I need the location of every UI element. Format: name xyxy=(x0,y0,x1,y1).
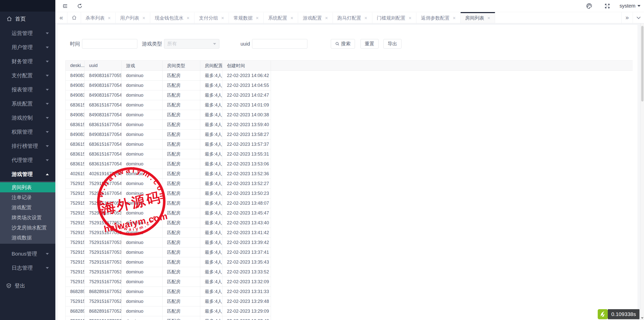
sidebar-subitem[interactable]: 游戏配置 xyxy=(0,202,55,212)
vertical-scrollbar[interactable] xyxy=(640,23,644,320)
cell-uuid: 7529151677052... xyxy=(85,277,122,287)
table-row[interactable]: 752915 7529151677054... dominuo 匹配房 最多:4… xyxy=(65,189,633,198)
tab[interactable]: 返佣参数配置 ✕ xyxy=(416,12,461,23)
sidebar-subitem[interactable]: 房间列表 xyxy=(0,182,55,192)
search-button[interactable]: 搜索 xyxy=(331,39,355,49)
tab[interactable]: 门槛规则配置 ✕ xyxy=(372,12,417,23)
user-menu[interactable]: system xyxy=(620,3,640,9)
close-icon[interactable]: ✕ xyxy=(186,16,190,20)
theme-palette-icon[interactable] xyxy=(583,0,595,12)
tab[interactable]: 游戏配置 ✕ xyxy=(298,12,333,23)
close-icon[interactable]: ✕ xyxy=(487,16,491,20)
column-header-deskid[interactable]: deski... xyxy=(66,61,85,71)
table-row[interactable]: 683615 6836151677054... dominuo 匹配房 最多:4… xyxy=(65,149,633,159)
table-row[interactable]: 683615 6836151677054... dominuo 匹配房 最多:4… xyxy=(65,100,633,110)
table-row[interactable]: 849083 8490831677054... dominuo 匹配房 最多:4… xyxy=(65,130,633,139)
sidebar-group-label: 游戏管理 xyxy=(12,171,46,178)
table-row[interactable]: 683615 6836151677054... dominuo 匹配房 最多:4… xyxy=(65,120,633,130)
sidebar-item-home[interactable]: 首页 xyxy=(0,12,55,26)
close-icon[interactable]: ✕ xyxy=(409,16,412,20)
sidebar-group[interactable]: 日志管理 xyxy=(0,261,55,275)
table-row[interactable]: 752915 7529151677053... dominuo 匹配房 最多:4… xyxy=(65,218,633,228)
table-row[interactable]: 752915 7529151677053... dominuo 匹配房 最多:4… xyxy=(65,247,633,257)
tab[interactable]: 现金钱包流水 ✕ xyxy=(150,12,194,23)
cell-filler xyxy=(271,316,633,320)
close-icon[interactable]: ✕ xyxy=(453,16,456,20)
sidebar-subitem[interactable]: 牌类场次设置 xyxy=(0,212,55,223)
sidebar-group[interactable]: Bonus管理 xyxy=(0,247,55,261)
close-icon[interactable]: ✕ xyxy=(221,16,224,20)
table-row[interactable]: 402619 4026191677054... dominuo 匹配房 最多:4… xyxy=(65,169,633,179)
thinkphp-logo-icon[interactable] xyxy=(598,309,608,319)
sidebar-group[interactable]: 运营管理 xyxy=(0,26,55,40)
tab[interactable]: 跑马灯配置 ✕ xyxy=(333,12,372,23)
table-row[interactable]: 752915 7529151677053... dominuo 匹配房 最多:4… xyxy=(65,198,633,208)
table-row[interactable]: 868289 8682891677052... dominuo 匹配房 最多:4… xyxy=(65,287,633,297)
fullscreen-icon[interactable] xyxy=(601,0,613,12)
close-icon[interactable]: ✕ xyxy=(108,16,111,20)
sidebar-group[interactable]: 支付配置 xyxy=(0,68,55,83)
table-row[interactable]: 752915 7529151677052... dominuo 匹配房 最多:4… xyxy=(65,277,633,287)
sidebar-group-label: 日志管理 xyxy=(12,264,46,271)
table-row[interactable]: 849083 8490831677054... dominuo 匹配房 最多:4… xyxy=(65,110,633,120)
table-row[interactable]: 849083 8490831677055... dominuo 匹配房 最多:4… xyxy=(65,71,633,81)
sidebar-subitem[interactable]: 游戏数据 xyxy=(0,233,55,243)
sidebar-group[interactable]: 权限管理 xyxy=(0,125,55,139)
sidebar-group-game-mgmt[interactable]: 游戏管理 xyxy=(0,167,55,181)
table-row[interactable]: 752915 7529151677053... dominuo 匹配房 最多:4… xyxy=(65,267,633,277)
table-row[interactable]: 752915 7529151677053... dominuo 匹配房 最多:4… xyxy=(65,238,633,247)
table-row[interactable]: 752915 7529151677053... dominuo 匹配房 最多:4… xyxy=(65,257,633,267)
scrollbar-down-arrow[interactable] xyxy=(641,317,643,319)
reset-button[interactable]: 重置 xyxy=(360,39,379,49)
tab[interactable]: 常规数据 ✕ xyxy=(229,12,264,23)
sidebar-group[interactable]: 游戏控制 xyxy=(0,111,55,125)
chevron-down-icon xyxy=(46,131,49,133)
table-row[interactable]: 849083 8490831677054... dominuo 匹配房 最多:4… xyxy=(65,81,633,90)
tabs-dropdown-button[interactable] xyxy=(633,12,644,23)
close-icon[interactable]: ✕ xyxy=(142,16,146,20)
refresh-icon[interactable] xyxy=(74,0,86,12)
table-row[interactable]: 752915 7529151677052... dominuo 匹配房 最多:4… xyxy=(65,316,633,320)
tab[interactable]: 用户列表 ✕ xyxy=(116,12,150,23)
table-row[interactable]: 752915 7529151677052... dominuo 匹配房 最多:4… xyxy=(65,297,633,306)
sidebar-item-logout[interactable]: 登出 xyxy=(0,278,55,293)
tab[interactable]: 杀率列表 ✕ xyxy=(81,12,116,23)
sidebar-subitem[interactable]: 注单记录 xyxy=(0,192,55,202)
close-icon[interactable]: ✕ xyxy=(290,16,294,20)
tab-label: 返佣参数配置 xyxy=(421,15,450,21)
scrollbar-thumb[interactable] xyxy=(641,26,643,101)
table-row[interactable]: 849083 8490831677054... dominuo 匹配房 最多:4… xyxy=(65,90,633,100)
menu-fold-icon[interactable] xyxy=(59,0,71,12)
cell-game: dominuo xyxy=(122,149,163,159)
tab[interactable]: 系统配置 ✕ xyxy=(264,12,298,23)
sidebar-group[interactable]: 财务管理 xyxy=(0,54,55,68)
sidebar-group[interactable]: 系统配置 xyxy=(0,97,55,111)
sidebar-subitem[interactable]: 沙龙房抽水配置 xyxy=(0,223,55,233)
time-filter-input[interactable] xyxy=(82,39,137,49)
table-row[interactable]: 752915 7529151677053... dominuo 匹配房 最多:4… xyxy=(65,208,633,218)
uuid-filter-input[interactable] xyxy=(252,39,307,49)
sidebar-group[interactable]: 报表管理 xyxy=(0,83,55,97)
tab[interactable]: 支付分组 ✕ xyxy=(194,12,229,23)
table-row[interactable]: 752915 7529151677053... dominuo 匹配房 最多:4… xyxy=(65,228,633,238)
sidebar-group[interactable]: 排行榜管理 xyxy=(0,139,55,153)
cell-room-config: 最多:4人 xyxy=(200,149,222,159)
table-row[interactable]: 868289 8682891677052... dominuo 匹配房 最多:4… xyxy=(65,306,633,316)
sidebar-group-label: 财务管理 xyxy=(12,58,46,65)
tabs-scroll-right-button[interactable]: » xyxy=(621,12,633,23)
sidebar-group[interactable]: 用户管理 xyxy=(0,40,55,54)
close-icon[interactable]: ✕ xyxy=(364,16,368,20)
tab[interactable]: 房间列表 ✕ xyxy=(461,12,495,23)
table-row[interactable]: 752915 7529151677054... dominuo 匹配房 最多:4… xyxy=(65,179,633,189)
export-button[interactable]: 导出 xyxy=(383,39,401,49)
cell-deskid: 752915 xyxy=(66,179,85,189)
tab-home[interactable] xyxy=(67,12,81,23)
sidebar-group[interactable]: 代理管理 xyxy=(0,153,55,167)
close-icon[interactable]: ✕ xyxy=(325,16,328,20)
chevron-down-icon xyxy=(46,145,49,147)
table-row[interactable]: 683615 6836151677054... dominuo 匹配房 最多:4… xyxy=(65,159,633,169)
table-row[interactable]: 683615 6836151677054... dominuo 匹配房 最多:4… xyxy=(65,139,633,149)
close-icon[interactable]: ✕ xyxy=(256,16,259,20)
tabs-scroll-left-button[interactable]: « xyxy=(55,12,67,23)
game-type-select[interactable]: 所有 xyxy=(164,39,219,49)
